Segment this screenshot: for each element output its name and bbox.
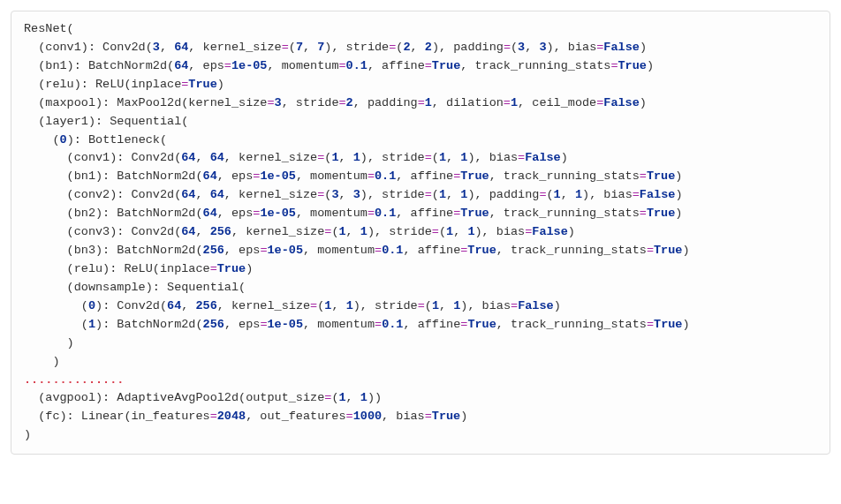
code-token: 1: [88, 318, 95, 331]
code-token: 2: [403, 41, 410, 54]
code-token: =: [647, 318, 654, 331]
code-token: 1: [338, 391, 345, 404]
code-token: 1: [460, 151, 467, 164]
code-token: False: [518, 299, 554, 312]
code-token: =: [640, 169, 647, 183]
code-token: 7: [317, 41, 324, 54]
code-token: 256: [210, 225, 231, 238]
code-token: =: [346, 410, 353, 423]
code-token: 1: [331, 151, 338, 164]
code-token: 256: [195, 299, 216, 312]
code-token: 1e-05: [260, 207, 296, 220]
code-token: =: [210, 410, 217, 423]
code-token: =: [367, 207, 375, 220]
code-token: 256: [203, 318, 224, 331]
code-token: 1: [575, 188, 582, 201]
code-token: =: [338, 96, 345, 109]
code-token: False: [525, 151, 561, 164]
code-token: 64: [210, 151, 224, 164]
code-token: 0.1: [382, 318, 403, 331]
code-token: 64: [203, 207, 217, 220]
code-token: True: [647, 169, 675, 183]
code-token: 2048: [217, 410, 246, 423]
code-token: 0: [60, 133, 67, 147]
code-token: 1: [460, 188, 467, 201]
code-token: 3: [275, 96, 282, 109]
code-token: =: [324, 225, 331, 238]
code-token: =: [504, 41, 511, 54]
code-token: =: [425, 410, 432, 423]
code-token: True: [432, 59, 460, 72]
code-token: 3: [539, 41, 546, 54]
code-token: 1: [360, 225, 367, 238]
code-token: =: [367, 169, 375, 183]
code-token: 2: [346, 96, 353, 109]
code-token: 1: [439, 151, 446, 164]
code-token: 2: [425, 41, 432, 54]
code-token: 0.1: [375, 169, 396, 183]
code-token: 1: [432, 299, 439, 312]
code-token: 1: [453, 299, 460, 312]
code-token: True: [217, 262, 246, 275]
code-token: =: [339, 59, 346, 72]
code-token: =: [260, 318, 267, 331]
code-token: True: [647, 207, 675, 220]
code-token: 1: [425, 96, 432, 109]
code-token: =: [210, 262, 217, 275]
code-token: 64: [181, 188, 195, 201]
code-token: =: [267, 96, 274, 109]
code-token: 1: [511, 96, 518, 109]
code-token: =: [539, 188, 546, 201]
code-token: =: [418, 299, 425, 312]
code-token: =: [647, 244, 654, 257]
code-token: False: [640, 188, 676, 201]
code-token: True: [188, 78, 216, 91]
code-token: 0.1: [375, 207, 396, 220]
code-token: True: [460, 169, 489, 183]
code-token: 1: [360, 391, 367, 404]
code-token: =: [425, 188, 432, 201]
code-token: =: [425, 59, 432, 72]
code-token: =: [310, 299, 317, 312]
code-token: 1: [554, 188, 561, 201]
code-token: =: [375, 244, 382, 257]
code-token: 3: [153, 41, 160, 54]
code-token: =: [504, 96, 511, 109]
code-token: False: [603, 96, 640, 109]
code-token: =: [511, 299, 518, 312]
code-token: ..............: [24, 373, 124, 387]
code-token: 64: [181, 151, 195, 164]
code-token: =: [432, 225, 439, 238]
code-block: ResNet( (conv1): Conv2d(3, 64, kernel_si…: [11, 11, 830, 455]
code-token: 7: [296, 41, 303, 54]
code-token: 3: [518, 41, 525, 54]
code-token: 3: [353, 188, 360, 201]
code-token: =: [633, 188, 640, 201]
code-token: 1000: [353, 410, 382, 423]
code-token: 1: [446, 225, 453, 238]
code-token: True: [467, 244, 496, 257]
code-token: 1: [339, 225, 346, 238]
code-token: 3: [331, 188, 338, 201]
code-token: 0.1: [382, 244, 403, 257]
code-token: =: [389, 41, 396, 54]
code-token: 1e-05: [231, 59, 268, 72]
code-token: =: [324, 391, 331, 404]
code-token: =: [375, 318, 382, 331]
code-token: True: [460, 207, 489, 220]
code-token: 0: [88, 299, 95, 312]
code-token: False: [532, 225, 568, 238]
code-token: =: [640, 207, 647, 220]
code-token: 1: [346, 299, 353, 312]
code-token: 64: [210, 188, 224, 201]
code-token: 64: [181, 225, 195, 238]
code-token: 0.1: [346, 59, 367, 72]
code-token: =: [518, 151, 525, 164]
code-token: True: [654, 318, 682, 331]
code-token: 1: [467, 225, 474, 238]
code-token: True: [467, 318, 496, 331]
code-token: =: [317, 188, 324, 201]
code-token: True: [432, 410, 460, 423]
code-token: 1e-05: [267, 244, 303, 257]
code-token: =: [610, 59, 617, 72]
